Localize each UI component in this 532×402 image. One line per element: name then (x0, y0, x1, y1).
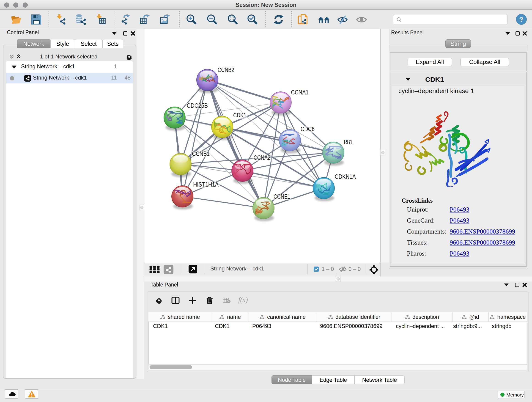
svg-text:CCNB2: CCNB2 (218, 66, 234, 73)
svg-text:HIST1H1A: HIST1H1A (193, 181, 219, 188)
svg-text:CDC25B: CDC25B (187, 102, 208, 109)
svg-text:RB1: RB1 (344, 139, 352, 146)
svg-text:CCNA2: CCNA2 (254, 154, 270, 161)
svg-text:CCNB1: CCNB1 (192, 150, 210, 157)
svg-text:CDC6: CDC6 (301, 126, 315, 133)
svg-text:CDK1: CDK1 (233, 112, 246, 119)
svg-text:CCNE1: CCNE1 (273, 193, 290, 200)
svg-text:CCNA1: CCNA1 (291, 89, 309, 96)
svg-text:CDKN1A: CDKN1A (335, 173, 356, 180)
